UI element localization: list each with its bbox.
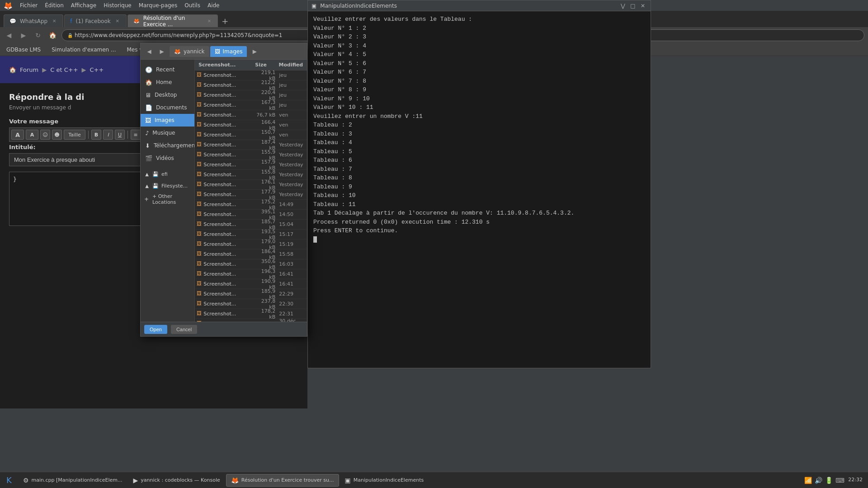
toolbar-taille-btn[interactable]: Taille (64, 130, 85, 140)
toolbar-smiley2-btn[interactable]: ☻ (52, 130, 62, 140)
toolbar-align-left-btn[interactable]: ≡ (131, 130, 141, 140)
fm-sidebar-musique[interactable]: ♪ Musique (141, 127, 194, 139)
fm-file-item[interactable]: 🖼 Screenshot... 185,9 kB 22:29 (195, 289, 307, 299)
fm-tab-images[interactable]: 🖼 Images (210, 46, 247, 57)
toolbar-bold-btn[interactable]: B (91, 130, 101, 140)
terminal-line: Valeur N° 3 : 4 (313, 42, 645, 51)
fm-file-item[interactable]: 🖼 Screenshot... 150,7 kB ven (195, 130, 307, 140)
fm-file-item[interactable]: 🖼 Screenshot... 190,9 kB 16:41 (195, 279, 307, 289)
file-modified: 15:17 (277, 231, 307, 237)
fm-file-item[interactable]: 🖼 Screenshot... 196,3 kB 16:41 (195, 269, 307, 279)
menu-affichage[interactable]: Affichage (71, 2, 96, 9)
fm-file-item[interactable]: 🖼 Screenshot... 212,2 kB jeu (195, 80, 307, 90)
fm-file-item[interactable]: 🖼 Screenshot... 76,7 kB ven (195, 110, 307, 120)
terminal-line: Tab 1 Décalage à partir de l'occurence d… (313, 209, 645, 218)
volume-icon[interactable]: 🔊 (815, 477, 822, 484)
fm-sidebar-other-locations[interactable]: + + Other Locations (141, 193, 194, 205)
terminal-line: Tableau : 6 (313, 156, 645, 165)
fm-sidebar-telechargements[interactable]: ⬇ Téléchargements (141, 139, 194, 152)
toolbar-font-btn[interactable]: A (11, 130, 24, 140)
fm-next-btn[interactable]: ▶ (250, 47, 259, 56)
terminal-close-btn[interactable]: ✕ (639, 2, 647, 10)
konsole-icon: ▶ (133, 477, 138, 484)
fm-file-item[interactable]: 🖼 Screenshot... 219,1 kB jeu (195, 70, 307, 80)
fm-file-item[interactable]: 🖼 Screenshot... 350,6 kB 16:03 (195, 259, 307, 269)
toolbar-italic-btn[interactable]: I (103, 130, 113, 140)
tab-facebook[interactable]: f (1) Facebook ✕ (64, 14, 126, 27)
fm-file-item[interactable]: 🖼 Screenshot... 177,9 kB Yesterday (195, 190, 307, 200)
fm-file-item[interactable]: 🖼 Screenshot... 395,1 kB 14:50 (195, 210, 307, 220)
fm-cancel-button[interactable]: Cancel (171, 325, 197, 334)
fm-sidebar-videos[interactable]: 🎬 Vidéos (141, 152, 194, 164)
file-name: Screenshot... (203, 172, 254, 178)
keyboard-icon[interactable]: ⌨ (835, 477, 844, 484)
taskbar-item-main-cpp[interactable]: ⚙ main.cpp [ManipulationIndiceElem... (18, 474, 127, 487)
fm-file-item[interactable]: 🖼 Screenshot... 185,7 kB 15:04 (195, 220, 307, 230)
bookmark-gdbase[interactable]: GDBase LMS (4, 46, 43, 54)
fm-sidebar-documents[interactable]: 📄 Documents (141, 101, 194, 114)
fm-file-item[interactable]: 🖼 Screenshot... 166,4 kB ven (195, 120, 307, 130)
taskbar-item-firefox[interactable]: 🦊 Résolution d'un Exercice trouver su... (226, 474, 339, 487)
menu-outils[interactable]: Outils (184, 2, 200, 9)
tab-close-resolution[interactable]: ✕ (207, 18, 212, 24)
fm-sidebar-desktop[interactable]: 🖥 Desktop (141, 89, 194, 101)
file-name: Screenshot... (203, 72, 254, 78)
terminal-minimize-btn[interactable]: ⋁ (619, 2, 627, 10)
fm-header-size: Size (253, 62, 277, 68)
fm-file-item[interactable]: 🖼 Screenshot... 220,4 kB jeu (195, 90, 307, 100)
taskbar-item-terminal[interactable]: ▣ ManipulationIndiceElements (340, 474, 429, 487)
fm-sidebar-efi[interactable]: ▲ 💾 efi (141, 168, 194, 180)
taskbar-item-konsole[interactable]: ▶ yannick : codeblocks — Konsole (128, 474, 225, 487)
fm-sidebar-filesystem[interactable]: ▲ 💾 Filesyste... (141, 180, 194, 192)
network-icon[interactable]: 📶 (804, 477, 812, 484)
fm-file-item[interactable]: 🖼 Screenshot... 155,8 kB Yesterday (195, 170, 307, 180)
toolbar-fontsize-btn[interactable]: A (26, 130, 38, 140)
fm-open-button[interactable]: Open (144, 325, 167, 334)
menu-edition[interactable]: Édition (45, 2, 64, 9)
file-name: Screenshot... (203, 142, 254, 148)
start-button[interactable]: K (2, 473, 16, 488)
tab-close-facebook[interactable]: ✕ (114, 18, 121, 24)
menu-historique[interactable]: Historique (104, 2, 132, 9)
tab-whatsapp[interactable]: 💬 WhatsApp ✕ (4, 14, 63, 27)
home-button[interactable]: 🏠 (47, 30, 58, 41)
fm-sidebar-recent[interactable]: 🕐 Recent (141, 63, 194, 76)
refresh-button[interactable]: ↻ (33, 30, 43, 41)
fm-file-item[interactable]: 🖼 Screenshot... 155,9 kB Yesterday (195, 150, 307, 160)
terminal-line: Tableau : 11 (313, 200, 645, 209)
menu-marque-pages[interactable]: Marque-pages (139, 2, 178, 9)
toolbar-underline-btn[interactable]: U (115, 130, 125, 140)
terminal-line: Press ENTER to continue. (313, 226, 645, 235)
fm-file-item[interactable]: 🖼 Screenshot... 187,4 kB Yesterday (195, 140, 307, 150)
file-thumbnail-icon: 🖼 (197, 92, 202, 99)
battery-icon[interactable]: 🔋 (825, 477, 833, 484)
bookmark-simulation[interactable]: Simulation d'examen ... (49, 46, 118, 54)
file-modified: ven (277, 112, 307, 118)
fm-file-item[interactable]: 🖼 Screenshot... 175,2 kB 14:49 (195, 200, 307, 210)
fm-file-item[interactable]: 🖼 Screenshot... 157,9 kB Yesterday (195, 160, 307, 170)
fm-tab-yannick[interactable]: 🦊 yannick (170, 46, 209, 57)
fm-sidebar-home[interactable]: 🏠 Home (141, 76, 194, 89)
terminal-maximize-btn[interactable]: □ (629, 2, 637, 10)
tab-resolution[interactable]: 🦊 Résolution d'un Exercice ... ✕ (127, 14, 218, 27)
toolbar-smiley-btn[interactable]: ☺ (40, 130, 50, 140)
fm-file-item[interactable]: 🖼 Screenshot... 179,0 kB 15:19 (195, 239, 307, 249)
fm-sidebar-images[interactable]: 🖼 Images (141, 114, 194, 127)
terminal-body: Veuillez entrer des valeurs dans le Tabl… (308, 11, 651, 368)
fm-file-item[interactable]: 🖼 Screenshot... 176,1 kB Yesterday (195, 180, 307, 190)
back-button[interactable]: ◀ (4, 30, 14, 41)
tab-close-whatsapp[interactable]: ✕ (51, 18, 57, 24)
file-thumbnail-icon: 🖼 (197, 261, 202, 268)
fm-file-item[interactable]: 🖼 Screenshot... 193,5 kB 15:17 (195, 230, 307, 239)
fm-file-item[interactable]: 🖼 Screenshot... 237,8 kB 22:30 (195, 299, 307, 309)
fm-file-list: Screenshot... Size Modified 🖼 Screenshot… (195, 60, 307, 322)
file-size: 178,2 kB (254, 308, 278, 320)
menu-aide[interactable]: Aide (208, 2, 220, 9)
fm-back-btn[interactable]: ◀ (144, 47, 154, 56)
menu-fichier[interactable]: Fichier (20, 2, 38, 9)
fm-file-item[interactable]: 🖼 Screenshot... 167,3 kB jeu (195, 100, 307, 110)
fm-forward-btn[interactable]: ▶ (157, 47, 167, 56)
fm-file-item[interactable]: 🖼 Screenshot... 186,4 kB 15:58 (195, 249, 307, 259)
forward-button[interactable]: ▶ (18, 30, 29, 41)
new-tab-button[interactable]: + (219, 14, 231, 27)
